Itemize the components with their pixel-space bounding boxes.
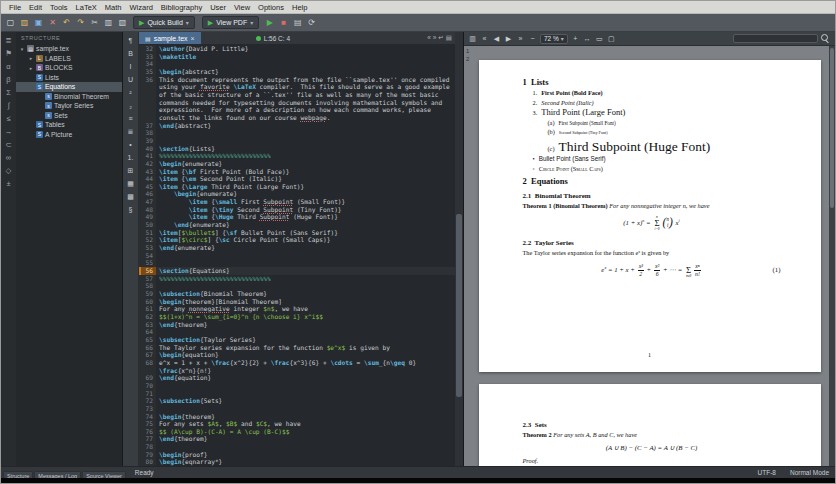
pdf-panel-toggle-icon[interactable]: ▥ — [467, 33, 478, 44]
symbols-sets-icon[interactable]: ⊂ — [3, 138, 15, 150]
code-line[interactable]: 47 \item {\small First Subpoint (Small F… — [139, 198, 455, 206]
code-line[interactable]: 76$$ (A\cup B)-(C-A) = A \cup (B-C)$$ — [139, 428, 455, 436]
wrap-lines-icon[interactable]: ↵ — [438, 34, 443, 42]
tree-expander-icon[interactable]: ▸ — [28, 65, 34, 71]
code-line[interactable]: 62$$(1+x)^n = \sum_{i=0}^n {n \choose i}… — [139, 313, 455, 321]
code-line[interactable]: 51\item[$\bullet$] {\sf Bullet Point (Sa… — [139, 229, 455, 237]
italic-icon[interactable]: I — [125, 61, 137, 72]
code-line[interactable]: 78 — [139, 443, 455, 451]
enumerate-icon[interactable]: 1. — [125, 152, 137, 163]
code-line[interactable]: 49 \item {\Huge Third Subpoint (Huge Fon… — [139, 213, 455, 221]
bold-icon[interactable]: B — [125, 48, 137, 59]
pdf-pages-area[interactable]: 12 1 Lists 1.First Point (Bold Face)2.Se… — [464, 46, 835, 466]
pdf-search-input[interactable] — [733, 34, 818, 43]
code-line[interactable]: 68e^x = 1 + x + \frac{x^2}{2} + \frac{x^… — [139, 359, 455, 374]
pilcrow-icon[interactable]: ¶ — [125, 35, 137, 46]
first-page-icon[interactable]: « — [479, 33, 490, 44]
chevron-down-icon[interactable]: ▾ — [186, 19, 189, 26]
menu-edit[interactable]: Edit — [25, 3, 46, 12]
log-icon[interactable]: ▤ — [291, 16, 304, 29]
chevron-down-icon[interactable]: ▾ — [250, 19, 253, 26]
code-line[interactable]: 64 — [139, 328, 455, 336]
symbols-greek-alpha-icon[interactable]: α — [3, 60, 15, 72]
menu-view[interactable]: View — [230, 3, 254, 12]
pdf-scrollbar[interactable] — [829, 46, 835, 466]
structure-item-labels[interactable]: ▸LLABELS — [16, 54, 122, 64]
underline-icon[interactable]: U — [125, 74, 137, 85]
menu-latex[interactable]: LaTeX — [72, 3, 101, 12]
chevron-down-icon[interactable]: ▾ — [561, 35, 564, 42]
undo-icon[interactable]: ↶ — [60, 16, 73, 29]
code-line[interactable]: 39 — [139, 137, 455, 145]
code-line[interactable]: 54 — [139, 252, 455, 260]
structure-item-a-picture[interactable]: SA Picture — [16, 130, 122, 140]
tree-expander-icon[interactable]: ▾ — [19, 46, 25, 52]
editor-scrollbar-thumb[interactable] — [456, 214, 462, 396]
next-page-icon[interactable]: ▶ — [503, 33, 514, 44]
code-line[interactable]: 48 \item {\tiny Second Subpoint (Tiny Fo… — [139, 206, 455, 214]
menu-file[interactable]: File — [5, 3, 25, 12]
copy-icon[interactable]: ▥ — [102, 16, 115, 29]
code-line[interactable]: 70 — [139, 382, 455, 390]
compile-icon[interactable]: ▶ — [263, 16, 276, 29]
refresh-icon[interactable]: ⟳ — [305, 16, 318, 29]
paste-icon[interactable]: ▧ — [116, 16, 129, 29]
prev-page-icon[interactable]: ◀ — [491, 33, 502, 44]
code-line[interactable]: 37\end{abstract} — [139, 122, 455, 130]
structure-item-sets[interactable]: sSets — [16, 111, 122, 121]
code-line[interactable]: 77\end{theorem} — [139, 435, 455, 443]
close-icon[interactable]: × — [191, 35, 195, 42]
code-line[interactable]: 53\end{enumerate} — [139, 244, 455, 252]
menu-wizard[interactable]: Wizard — [126, 3, 157, 12]
code-line[interactable]: 72\subsection{Sets} — [139, 397, 455, 405]
zoom-control[interactable]: 72 % ▾ — [540, 34, 568, 44]
code-line[interactable]: 50 \end{enumerate} — [139, 221, 455, 229]
code-line[interactable]: 66The Taylor series expansion for the fu… — [139, 344, 455, 352]
new-file-icon[interactable]: ▢ — [4, 16, 17, 29]
align-center-icon[interactable]: ≣ — [125, 126, 137, 137]
code-line[interactable]: 69\end{equation} — [139, 374, 455, 382]
zoom-in-icon[interactable]: + — [570, 33, 581, 44]
menu-help[interactable]: Help — [288, 3, 311, 12]
structure-item-equations[interactable]: SEquations — [16, 82, 122, 92]
symbols-relations-icon[interactable]: ≤ — [3, 112, 15, 124]
structure-item-blocks[interactable]: ▸BBLOCKS — [16, 63, 122, 73]
code-line[interactable]: 33\maketitle — [139, 53, 455, 61]
symbols-greek-beta-icon[interactable]: β — [3, 73, 15, 85]
close-file-icon[interactable]: ✕ — [46, 16, 59, 29]
code-line[interactable]: 61For any nonnegative integer $n$, we ha… — [139, 305, 455, 313]
cut-icon[interactable]: ✂ — [88, 16, 101, 29]
code-line[interactable]: 46 \begin{enumerate} — [139, 190, 455, 198]
structure-item-binomial-theorem[interactable]: sBinomial Theorem — [16, 92, 122, 102]
stop-icon[interactable]: ■ — [277, 16, 290, 29]
code-line[interactable]: 41%%%%%%%%%%%%%%%%%%%%%%%%%%%%%% — [139, 152, 455, 160]
align-left-icon[interactable]: ≡ — [125, 113, 137, 124]
code-line[interactable]: 80\begin{eqnarray*} — [139, 458, 455, 466]
zoom-out-icon[interactable]: − — [527, 33, 538, 44]
redo-icon[interactable]: ↷ — [74, 16, 87, 29]
structure-item-sample-tex[interactable]: ▾▤sample.tex — [16, 44, 122, 54]
menu-math[interactable]: Math — [101, 3, 126, 12]
tab-sample-tex[interactable]: ▤ sample.tex × — [139, 32, 201, 44]
structure-item-lists[interactable]: SLists — [16, 73, 122, 83]
symbols-arrows-icon[interactable]: → — [3, 125, 15, 137]
editor-scrollbar[interactable] — [455, 32, 463, 466]
symbols-operators-icon[interactable]: ± — [3, 177, 15, 189]
code-line[interactable]: 44\item {\em Second Point (Italic)} — [139, 175, 455, 183]
menu-bibliography[interactable]: Bibliography — [157, 3, 206, 12]
structure-panel-icon[interactable]: ≣ — [3, 34, 15, 46]
reference-icon[interactable]: § — [125, 204, 137, 215]
code-line[interactable]: 40\section{Lists} — [139, 145, 455, 153]
view-pdf-button[interactable]: ▶ View PDF ▾ — [202, 16, 259, 29]
code-line[interactable]: 36This document represents the output fr… — [139, 76, 455, 122]
bookmarks-icon[interactable]: ⚑ — [3, 47, 15, 59]
prev-bookmark-icon[interactable]: « — [427, 34, 431, 42]
matrix-icon[interactable]: ⊞ — [125, 165, 137, 176]
code-line[interactable]: 56\section{Equations} — [139, 267, 455, 275]
code-line[interactable]: 63\end{theorem} — [139, 321, 455, 329]
code-editor[interactable]: 32\author{David P. Little}33\maketitle34… — [139, 44, 455, 466]
symbols-integral-icon[interactable]: ∫ — [3, 99, 15, 111]
code-line[interactable]: 65\subsection{Taylor Series} — [139, 336, 455, 344]
itemize-icon[interactable]: • — [125, 139, 137, 150]
fit-page-icon[interactable]: ▭ — [594, 33, 605, 44]
